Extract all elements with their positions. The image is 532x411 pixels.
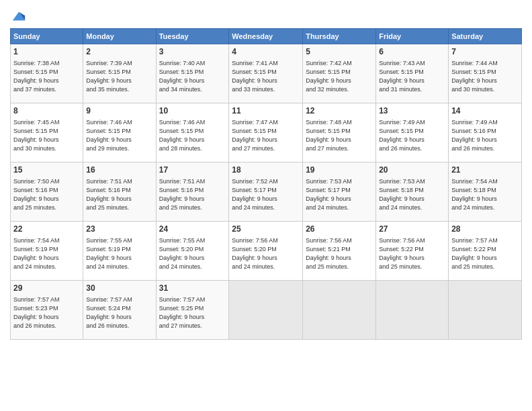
calendar-cell: 17Sunrise: 7:51 AMSunset: 5:16 PMDayligh… (156, 163, 229, 222)
calendar-cell: 27Sunrise: 7:56 AMSunset: 5:22 PMDayligh… (376, 222, 449, 281)
calendar-cell: 8Sunrise: 7:45 AMSunset: 5:15 PMDaylight… (11, 103, 83, 163)
day-number: 5 (306, 46, 373, 58)
calendar-cell: 24Sunrise: 7:55 AMSunset: 5:20 PMDayligh… (156, 222, 229, 281)
day-info: Sunrise: 7:43 AMSunset: 5:15 PMDaylight:… (379, 59, 445, 94)
weekday-header-saturday: Saturday (449, 29, 522, 44)
calendar-cell: 1Sunrise: 7:38 AMSunset: 5:15 PMDaylight… (11, 44, 83, 103)
calendar-cell: 13Sunrise: 7:49 AMSunset: 5:15 PMDayligh… (376, 103, 449, 163)
day-info: Sunrise: 7:53 AMSunset: 5:17 PMDaylight:… (306, 177, 373, 212)
day-info: Sunrise: 7:50 AMSunset: 5:16 PMDaylight:… (13, 177, 80, 212)
weekday-header-friday: Friday (376, 29, 449, 44)
day-info: Sunrise: 7:57 AMSunset: 5:23 PMDaylight:… (13, 295, 80, 330)
calendar-cell: 30Sunrise: 7:57 AMSunset: 5:24 PMDayligh… (83, 281, 156, 340)
day-info: Sunrise: 7:54 AMSunset: 5:19 PMDaylight:… (13, 236, 80, 271)
day-number: 21 (451, 165, 519, 176)
day-number: 31 (159, 283, 226, 294)
day-number: 20 (379, 165, 445, 176)
day-number: 14 (451, 105, 519, 117)
day-number: 1 (13, 46, 80, 58)
day-info: Sunrise: 7:45 AMSunset: 5:15 PMDaylight:… (13, 118, 80, 153)
calendar-week-5: 29Sunrise: 7:57 AMSunset: 5:23 PMDayligh… (11, 281, 522, 340)
day-info: Sunrise: 7:41 AMSunset: 5:15 PMDaylight:… (232, 59, 300, 94)
calendar-cell: 15Sunrise: 7:50 AMSunset: 5:16 PMDayligh… (11, 163, 83, 222)
calendar-cell: 10Sunrise: 7:46 AMSunset: 5:15 PMDayligh… (156, 103, 229, 163)
day-info: Sunrise: 7:57 AMSunset: 5:24 PMDaylight:… (86, 295, 152, 330)
calendar-cell: 16Sunrise: 7:51 AMSunset: 5:16 PMDayligh… (83, 163, 156, 222)
calendar-cell: 11Sunrise: 7:47 AMSunset: 5:15 PMDayligh… (229, 103, 303, 163)
day-number: 13 (379, 105, 445, 117)
day-number: 28 (451, 224, 519, 235)
day-number: 3 (159, 46, 226, 58)
day-number: 6 (379, 46, 445, 58)
calendar-header: SundayMondayTuesdayWednesdayThursdayFrid… (11, 29, 522, 44)
day-number: 7 (451, 46, 519, 58)
day-info: Sunrise: 7:57 AMSunset: 5:22 PMDaylight:… (451, 236, 519, 271)
day-info: Sunrise: 7:47 AMSunset: 5:15 PMDaylight:… (232, 118, 300, 153)
calendar-cell: 28Sunrise: 7:57 AMSunset: 5:22 PMDayligh… (449, 222, 522, 281)
day-info: Sunrise: 7:38 AMSunset: 5:15 PMDaylight:… (13, 59, 80, 94)
calendar-table: SundayMondayTuesdayWednesdayThursdayFrid… (10, 28, 522, 340)
calendar-body: 1Sunrise: 7:38 AMSunset: 5:15 PMDaylight… (11, 44, 522, 340)
calendar-cell: 12Sunrise: 7:48 AMSunset: 5:15 PMDayligh… (303, 103, 376, 163)
calendar-cell (449, 281, 522, 340)
calendar-week-1: 1Sunrise: 7:38 AMSunset: 5:15 PMDaylight… (11, 44, 522, 103)
weekday-header-tuesday: Tuesday (156, 29, 229, 44)
day-number: 23 (86, 224, 152, 235)
day-number: 30 (86, 283, 152, 294)
weekday-header-sunday: Sunday (11, 29, 83, 44)
day-info: Sunrise: 7:46 AMSunset: 5:15 PMDaylight:… (86, 118, 152, 153)
calendar-cell: 25Sunrise: 7:56 AMSunset: 5:20 PMDayligh… (229, 222, 303, 281)
day-number: 24 (159, 224, 226, 235)
calendar-cell: 21Sunrise: 7:54 AMSunset: 5:18 PMDayligh… (449, 163, 522, 222)
day-number: 15 (13, 165, 80, 176)
day-info: Sunrise: 7:39 AMSunset: 5:15 PMDaylight:… (86, 59, 152, 94)
day-info: Sunrise: 7:56 AMSunset: 5:21 PMDaylight:… (306, 236, 373, 271)
calendar-cell (376, 281, 449, 340)
day-number: 19 (306, 165, 373, 176)
logo-icon (11, 9, 26, 24)
day-info: Sunrise: 7:42 AMSunset: 5:15 PMDaylight:… (306, 59, 373, 94)
calendar-cell: 18Sunrise: 7:52 AMSunset: 5:17 PMDayligh… (229, 163, 303, 222)
day-info: Sunrise: 7:51 AMSunset: 5:16 PMDaylight:… (86, 177, 152, 212)
day-info: Sunrise: 7:49 AMSunset: 5:15 PMDaylight:… (379, 118, 445, 153)
calendar-cell: 20Sunrise: 7:53 AMSunset: 5:18 PMDayligh… (376, 163, 449, 222)
page-header (10, 7, 522, 24)
day-number: 9 (86, 105, 152, 117)
day-number: 11 (232, 105, 300, 117)
day-info: Sunrise: 7:53 AMSunset: 5:18 PMDaylight:… (379, 177, 445, 212)
calendar-cell: 22Sunrise: 7:54 AMSunset: 5:19 PMDayligh… (11, 222, 83, 281)
calendar-cell: 3Sunrise: 7:40 AMSunset: 5:15 PMDaylight… (156, 44, 229, 103)
day-number: 25 (232, 224, 300, 235)
day-number: 12 (306, 105, 373, 117)
calendar-cell: 26Sunrise: 7:56 AMSunset: 5:21 PMDayligh… (303, 222, 376, 281)
day-number: 27 (379, 224, 445, 235)
calendar-cell: 9Sunrise: 7:46 AMSunset: 5:15 PMDaylight… (83, 103, 156, 163)
calendar-cell: 7Sunrise: 7:44 AMSunset: 5:15 PMDaylight… (449, 44, 522, 103)
day-number: 18 (232, 165, 300, 176)
day-info: Sunrise: 7:55 AMSunset: 5:19 PMDaylight:… (86, 236, 152, 271)
day-number: 10 (159, 105, 226, 117)
calendar-week-3: 15Sunrise: 7:50 AMSunset: 5:16 PMDayligh… (11, 163, 522, 222)
logo (10, 9, 26, 24)
day-number: 22 (13, 224, 80, 235)
calendar-cell: 29Sunrise: 7:57 AMSunset: 5:23 PMDayligh… (11, 281, 83, 340)
calendar-cell: 6Sunrise: 7:43 AMSunset: 5:15 PMDaylight… (376, 44, 449, 103)
calendar-cell: 19Sunrise: 7:53 AMSunset: 5:17 PMDayligh… (303, 163, 376, 222)
calendar-cell: 23Sunrise: 7:55 AMSunset: 5:19 PMDayligh… (83, 222, 156, 281)
day-info: Sunrise: 7:55 AMSunset: 5:20 PMDaylight:… (159, 236, 226, 271)
calendar-page: SundayMondayTuesdayWednesdayThursdayFrid… (0, 0, 532, 411)
day-number: 8 (13, 105, 80, 117)
day-info: Sunrise: 7:51 AMSunset: 5:16 PMDaylight:… (159, 177, 226, 212)
weekday-header-wednesday: Wednesday (229, 29, 303, 44)
calendar-cell: 2Sunrise: 7:39 AMSunset: 5:15 PMDaylight… (83, 44, 156, 103)
day-number: 2 (86, 46, 152, 58)
day-info: Sunrise: 7:56 AMSunset: 5:22 PMDaylight:… (379, 236, 445, 271)
day-number: 17 (159, 165, 226, 176)
day-info: Sunrise: 7:40 AMSunset: 5:15 PMDaylight:… (159, 59, 226, 94)
calendar-cell: 14Sunrise: 7:49 AMSunset: 5:16 PMDayligh… (449, 103, 522, 163)
calendar-cell (303, 281, 376, 340)
day-info: Sunrise: 7:44 AMSunset: 5:15 PMDaylight:… (451, 59, 519, 94)
day-number: 16 (86, 165, 152, 176)
weekday-header-row: SundayMondayTuesdayWednesdayThursdayFrid… (11, 29, 522, 44)
calendar-week-2: 8Sunrise: 7:45 AMSunset: 5:15 PMDaylight… (11, 103, 522, 163)
